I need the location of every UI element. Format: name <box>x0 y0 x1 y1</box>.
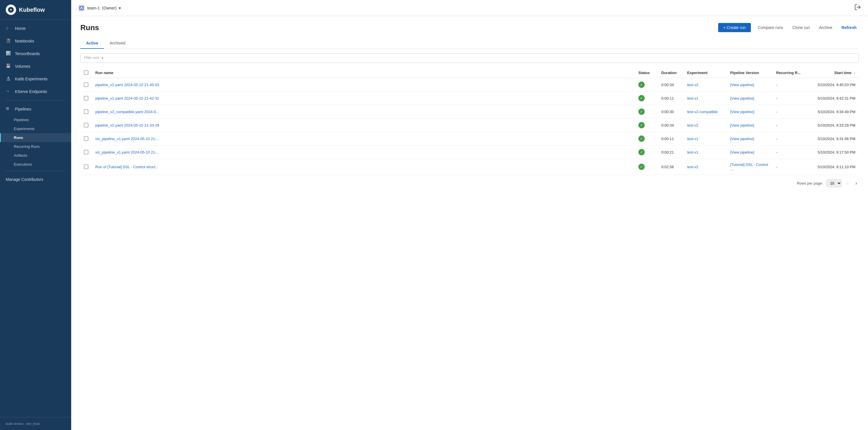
refresh-button[interactable]: Refresh <box>839 24 859 32</box>
row-pipeline-3[interactable]: [View pipeline] <box>727 119 773 132</box>
select-all-header[interactable] <box>81 67 92 78</box>
tab-archived[interactable]: Archived <box>104 38 131 49</box>
sidebar-item-runs[interactable]: Runs <box>0 133 71 142</box>
row-checkbox-2[interactable] <box>84 110 88 114</box>
row-checkbox-6[interactable] <box>84 164 88 169</box>
pipeline-link-0[interactable]: [View pipeline] <box>730 83 754 87</box>
sidebar-item-katib[interactable]: 🔬 Katib Experiments <box>0 73 71 85</box>
row-start-0: 5/10/2024, 9:45:03 PM <box>807 78 859 92</box>
col-header-experiment[interactable]: Experiment <box>684 67 727 78</box>
row-experiment-2[interactable]: test-v2-compatible <box>684 105 727 119</box>
pipeline-link-6[interactable]: [Tutorial] DSL - Control ... <box>730 162 768 171</box>
row-pipeline-5[interactable]: [View pipeline] <box>727 146 773 159</box>
rows-per-page-select[interactable]: 5102550 <box>826 179 842 187</box>
row-checkbox-1[interactable] <box>84 96 88 100</box>
col-header-recurring[interactable]: Recurring R... <box>773 67 807 78</box>
row-experiment-3[interactable]: test-v2 <box>684 119 727 132</box>
row-name-1[interactable]: pipeline_v1.yaml 2024-05-10 21-42-31 <box>92 92 635 105</box>
sidebar-item-recurring-runs[interactable]: Recurring Runs <box>0 142 71 151</box>
pipeline-link-3[interactable]: [View pipeline] <box>730 123 754 127</box>
run-name-link-5[interactable]: viz_pipeline_v1.yaml 2024-05-10 21-... <box>95 150 159 154</box>
sidebar-item-artifacts[interactable]: Artifacts <box>0 151 71 160</box>
experiment-link-3[interactable]: test-v2 <box>687 123 699 127</box>
row-duration-0: 0:00:34 <box>658 78 684 92</box>
row-name-0[interactable]: pipeline_v2.yaml 2024-05-10 21-45-03 <box>92 78 635 92</box>
experiment-link-4[interactable]: test-v1 <box>687 136 699 141</box>
sidebar-item-pipelines[interactable]: Pipelines <box>0 115 71 124</box>
experiment-link-6[interactable]: test-v2 <box>687 165 699 169</box>
table-row[interactable]: Run of [Tutorial] DSL - Control struct..… <box>81 159 859 175</box>
row-name-3[interactable]: pipeline_v2.yaml 2024-05-10 21-33-29 <box>92 119 635 132</box>
sidebar-item-experiments[interactable]: Experiments <box>0 124 71 133</box>
sidebar-item-home[interactable]: ⌂ Home <box>0 22 71 35</box>
row-pipeline-1[interactable]: [View pipeline] <box>727 92 773 105</box>
pipeline-link-1[interactable]: [View pipeline] <box>730 96 754 100</box>
run-name-link-0[interactable]: pipeline_v2.yaml 2024-05-10 21-45-03 <box>95 83 159 87</box>
experiment-link-1[interactable]: test-v1 <box>687 96 699 100</box>
row-checkbox-4[interactable] <box>84 136 88 141</box>
table-row[interactable]: pipeline_v2_compatible.yaml 2024-0... ✓ … <box>81 105 859 119</box>
run-name-link-2[interactable]: pipeline_v2_compatible.yaml 2024-0... <box>95 110 159 114</box>
row-pipeline-0[interactable]: [View pipeline] <box>727 78 773 92</box>
archive-button[interactable]: Archive <box>817 24 835 32</box>
col-header-start[interactable]: Start time ↓ <box>807 67 859 78</box>
row-name-5[interactable]: viz_pipeline_v1.yaml 2024-05-10 21-... <box>92 146 635 159</box>
row-pipeline-4[interactable]: [View pipeline] <box>727 132 773 146</box>
sidebar-item-tensorboards[interactable]: 📊 TensorBoards <box>0 48 71 60</box>
clone-run-button[interactable]: Clone run <box>790 24 812 32</box>
sidebar-item-kserve[interactable]: ↔ KServe Endpoints <box>0 85 71 98</box>
tab-active[interactable]: Active <box>81 38 104 49</box>
row-checkbox-3[interactable] <box>84 123 88 127</box>
sidebar-logo[interactable]: Kubeflow <box>0 0 71 20</box>
row-experiment-0[interactable]: test-v2 <box>684 78 727 92</box>
col-header-name[interactable]: Run name <box>92 67 635 78</box>
sidebar-item-pipelines-section[interactable]: ⚙ Pipelines <box>0 103 71 115</box>
table-row[interactable]: pipeline_v1.yaml 2024-05-10 21-42-31 ✓ 0… <box>81 92 859 105</box>
table-row[interactable]: pipeline_v2.yaml 2024-05-10 21-45-03 ✓ 0… <box>81 78 859 92</box>
sidebar-item-manage-contributors[interactable]: Manage Contributors <box>0 174 71 185</box>
table-row[interactable]: pipeline_v2.yaml 2024-05-10 21-33-29 ✓ 0… <box>81 119 859 132</box>
col-header-duration[interactable]: Duration <box>658 67 684 78</box>
row-experiment-5[interactable]: test-v1 <box>684 146 727 159</box>
create-run-button[interactable]: + Create run <box>718 23 751 32</box>
row-recurring-6: - <box>773 159 807 175</box>
team-selector[interactable]: team-1 (Owner) ▾ <box>78 5 121 11</box>
row-name-6[interactable]: Run of [Tutorial] DSL - Control struct..… <box>92 159 635 175</box>
row-experiment-6[interactable]: test-v2 <box>684 159 727 175</box>
row-experiment-4[interactable]: test-v1 <box>684 132 727 146</box>
run-name-link-4[interactable]: viz_pipeline_v1.yaml 2024-05-10 21-... <box>95 136 159 141</box>
row-experiment-1[interactable]: test-v1 <box>684 92 727 105</box>
select-all-checkbox[interactable] <box>84 70 88 75</box>
pipeline-link-5[interactable]: [View pipeline] <box>730 150 754 154</box>
pagination-next-button[interactable]: › <box>854 180 859 187</box>
pagination-prev-button[interactable]: ‹ <box>845 180 850 187</box>
row-pipeline-2[interactable]: [View pipeline] <box>727 105 773 119</box>
pipeline-link-2[interactable]: [View pipeline] <box>730 110 754 114</box>
run-name-link-6[interactable]: Run of [Tutorial] DSL - Control struct..… <box>95 165 158 169</box>
logout-button[interactable] <box>854 4 861 12</box>
experiment-link-0[interactable]: test-v2 <box>687 83 699 87</box>
row-start-2: 5/10/2024, 9:34:49 PM <box>807 105 859 119</box>
table-row[interactable]: viz_pipeline_v1.yaml 2024-05-10 21-... ✓… <box>81 132 859 146</box>
experiment-link-5[interactable]: test-v1 <box>687 150 699 154</box>
col-header-status[interactable]: Status <box>635 67 658 78</box>
filter-runs-bar[interactable]: Filter runs ▾ <box>81 53 859 63</box>
row-name-4[interactable]: viz_pipeline_v1.yaml 2024-05-10 21-... <box>92 132 635 146</box>
table-row[interactable]: viz_pipeline_v1.yaml 2024-05-10 21-... ✓… <box>81 146 859 159</box>
col-header-pipeline[interactable]: Pipeline Version <box>727 67 773 78</box>
sidebar-item-notebooks[interactable]: 📓 Notebooks <box>0 35 71 48</box>
row-checkbox-5[interactable] <box>84 150 88 154</box>
status-success-icon-6: ✓ <box>639 164 645 170</box>
header-actions: + Create run Compare runs Clone run Arch… <box>718 23 859 32</box>
pipeline-link-4[interactable]: [View pipeline] <box>730 136 754 141</box>
row-checkbox-0[interactable] <box>84 82 88 87</box>
experiment-link-2[interactable]: test-v2-compatible <box>687 110 718 114</box>
sidebar-item-volumes[interactable]: 💾 Volumes <box>0 60 71 73</box>
run-name-link-3[interactable]: pipeline_v2.yaml 2024-05-10 21-33-29 <box>95 123 159 127</box>
row-pipeline-6[interactable]: [Tutorial] DSL - Control ... <box>727 159 773 175</box>
compare-runs-button[interactable]: Compare runs <box>755 24 786 32</box>
row-name-2[interactable]: pipeline_v2_compatible.yaml 2024-0... <box>92 105 635 119</box>
row-checkbox-cell-5 <box>81 146 92 159</box>
sidebar-item-executions[interactable]: Executions <box>0 160 71 169</box>
run-name-link-1[interactable]: pipeline_v1.yaml 2024-05-10 21-42-31 <box>95 96 159 100</box>
